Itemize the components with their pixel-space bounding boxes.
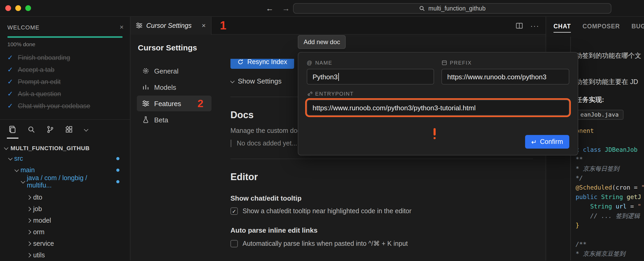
- name-input[interactable]: Python3: [307, 69, 434, 85]
- bookmark-icon: [441, 60, 447, 66]
- prefix-field: PREFIX https://www.runoob.com/python3: [441, 60, 569, 85]
- check-icon: ✓: [7, 66, 13, 74]
- tab-composer[interactable]: COMPOSER: [582, 23, 620, 33]
- more-actions-icon[interactable]: ···: [530, 21, 539, 30]
- tab-chat[interactable]: CHAT: [554, 23, 571, 33]
- close-icon[interactable]: ×: [120, 23, 124, 31]
- refresh-icon: [237, 59, 244, 65]
- source-control-icon[interactable]: [46, 126, 54, 133]
- list-item[interactable]: ✓ Finish onboarding: [0, 51, 130, 64]
- checkbox-unchecked[interactable]: [230, 240, 238, 247]
- minimize-window-button[interactable]: [15, 5, 21, 11]
- chevron-down-icon: [4, 145, 8, 150]
- back-button[interactable]: ←: [266, 4, 274, 13]
- code-line: }: [576, 221, 644, 230]
- code-line: * 京东每日签到: [576, 164, 644, 173]
- entrypoint-input[interactable]: https://www.runoob.com/python3/python3-t…: [307, 100, 569, 116]
- annotation-cursor-mark: [434, 128, 436, 139]
- code-line: // ... 签到逻辑: [576, 211, 644, 221]
- chevron-right-icon: [27, 207, 31, 211]
- welcome-title: WELCOME: [7, 24, 39, 30]
- extensions-icon[interactable]: [65, 126, 73, 133]
- sliders-icon: [136, 22, 143, 29]
- divider: [230, 159, 533, 159]
- confirm-button[interactable]: ↵ Confirm: [525, 135, 570, 149]
- titlebar: ← → multi_function_github: [0, 0, 644, 17]
- nav-item-general[interactable]: General: [137, 63, 212, 79]
- forward-button[interactable]: →: [282, 4, 290, 13]
- tree-item-orm[interactable]: orm: [0, 226, 130, 238]
- chevron-down-icon: [230, 79, 235, 83]
- file-chip[interactable]: eanJob.java: [576, 110, 623, 120]
- welcome-panel-header: WELCOME ×: [0, 17, 130, 31]
- chevron-down-icon[interactable]: [84, 128, 87, 131]
- history-navigation: ← →: [266, 4, 290, 13]
- search-icon[interactable]: [27, 126, 35, 133]
- return-key-icon: ↵: [531, 138, 537, 146]
- bar-chart-icon: [142, 83, 149, 91]
- check-icon: ✓: [7, 54, 13, 61]
- tree-item-job[interactable]: job: [0, 203, 130, 215]
- tooltip-setting-row: ✓ Show a chat/edit tooltip near highligh…: [230, 207, 533, 215]
- tree-item-service[interactable]: service: [0, 238, 130, 249]
- editor-area: Cursor Settings × 1 ··· Cursor Settings: [130, 17, 546, 260]
- link-icon: [307, 91, 313, 97]
- tree-root[interactable]: MULTI_FUNCTION_GITHUB: [0, 143, 130, 153]
- maximize-window-button[interactable]: [25, 5, 31, 11]
- tree-item-java-path[interactable]: java / com / longbig / multifu...: [0, 176, 130, 187]
- code-line: c class JDBeanJob: [576, 145, 644, 154]
- list-item[interactable]: ✓ Chat with your codebase: [0, 100, 130, 112]
- tree-item-model[interactable]: model: [0, 215, 130, 226]
- activity-bar: [0, 119, 130, 138]
- chevron-right-icon: [27, 230, 31, 234]
- code-line: /**: [576, 239, 644, 249]
- close-icon[interactable]: ×: [202, 22, 206, 29]
- code-line: **: [576, 154, 644, 164]
- file-explorer-tree: MULTI_FUNCTION_GITHUB src main java / co…: [0, 143, 130, 260]
- close-window-button[interactable]: [5, 5, 11, 11]
- list-item[interactable]: ✓ Accept a tab: [0, 64, 130, 76]
- settings-nav: General Models Features: [137, 59, 216, 260]
- checkbox-checked[interactable]: ✓: [230, 207, 238, 215]
- modified-dot: [116, 180, 119, 183]
- chevron-right-icon: [27, 253, 31, 258]
- editor-section-title: Editor: [230, 172, 533, 183]
- nav-item-beta[interactable]: Beta: [137, 112, 212, 128]
- list-item[interactable]: ✓ Prompt an edit: [0, 76, 130, 88]
- code-line: j: [576, 135, 644, 145]
- assistant-message: 任务实现:: [576, 96, 644, 105]
- entrypoint-field: ENTRYPOINT https://www.runoob.com/python…: [307, 91, 569, 116]
- nav-item-models[interactable]: Models: [137, 79, 212, 95]
- chat-content: 动签到的功能在哪个文 动签到功能主要在 JD 任务实现: eanJob.java…: [570, 37, 644, 260]
- name-label: @ NAME: [307, 60, 434, 66]
- split-editor-icon[interactable]: [516, 22, 523, 29]
- modal-row-1: @ NAME Python3 PREFIX: [307, 60, 569, 85]
- add-new-doc-tooltip: Add new doc: [298, 35, 346, 49]
- code-line: [576, 230, 644, 239]
- nav-item-features[interactable]: Features 2: [137, 96, 212, 111]
- screenshot-stage: ← → multi_function_github WELCOME × 100%…: [0, 0, 644, 261]
- autoparse-setting-heading: Auto parse inline edit links: [230, 226, 533, 234]
- tree-item-utils[interactable]: utils: [0, 249, 130, 260]
- workbench: WELCOME × 100% done ✓ Finish onboarding …: [0, 17, 644, 260]
- code-line: onent: [576, 126, 644, 135]
- chevron-right-icon: [27, 195, 31, 200]
- explorer-icon[interactable]: [8, 126, 16, 133]
- tab-bugbot[interactable]: BUG: [631, 23, 644, 33]
- code-line: */: [576, 173, 644, 183]
- modified-dot: [116, 157, 119, 160]
- prefix-input[interactable]: https://www.runoob.com/python3: [441, 69, 569, 85]
- code-line: @Scheduled(cron = ": [576, 183, 644, 192]
- tree-item-dto[interactable]: dto: [0, 192, 130, 203]
- tab-cursor-settings[interactable]: Cursor Settings ×: [130, 17, 212, 34]
- search-icon: [419, 5, 425, 12]
- command-search-input[interactable]: multi_function_github: [293, 3, 611, 14]
- tree-item-src[interactable]: src: [0, 153, 130, 164]
- list-item[interactable]: ✓ Ask a question: [0, 88, 130, 100]
- tab-strip: Cursor Settings × 1 ···: [130, 17, 546, 35]
- onboarding-progress-bar: [7, 36, 123, 38]
- text-cursor: [338, 73, 339, 81]
- resync-index-button[interactable]: Resync Index: [230, 59, 294, 69]
- chevron-down-icon: [8, 156, 13, 160]
- code-block: onent j c class JDBeanJob ** * 京东每日签到 */…: [576, 126, 644, 260]
